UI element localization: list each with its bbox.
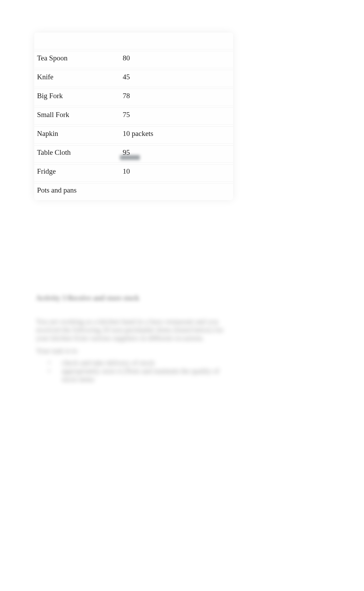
table-header-row — [34, 33, 233, 49]
activity-paragraph: You are working as a kitchen hand in a b… — [36, 317, 228, 342]
header-qty-cell — [120, 33, 233, 49]
obscured-value-patch — [120, 155, 140, 160]
table-row: Big Fork 78 — [34, 89, 233, 106]
table-row: Small Fork 75 — [34, 107, 233, 125]
cell-item: Knife — [34, 70, 120, 87]
cell-qty: 10 packets — [120, 126, 233, 143]
cell-qty: 80 — [120, 51, 233, 68]
inventory-table: Tea Spoon 80 Knife 45 Big Fork 78 Small … — [34, 33, 233, 200]
table-row: Pots and pans — [34, 183, 233, 200]
inventory-table-wrapper: Tea Spoon 80 Knife 45 Big Fork 78 Small … — [34, 33, 233, 200]
table-row: Fridge 10 — [34, 164, 233, 181]
cell-qty — [120, 183, 233, 200]
cell-qty: 10 — [120, 164, 233, 181]
cell-qty: 75 — [120, 107, 233, 125]
table-row: Knife 45 — [34, 70, 233, 87]
header-item-cell — [34, 33, 120, 49]
table-row: Napkin 10 packets — [34, 126, 233, 143]
cell-qty: 78 — [120, 89, 233, 106]
cell-item: Big Fork — [34, 89, 120, 106]
list-item: appropriately store it (Note and maintai… — [55, 367, 219, 383]
activity-task-label: Your task is to — [36, 347, 77, 355]
list-item: check and take delivery of stock — [55, 359, 219, 367]
cell-item: Pots and pans — [34, 183, 120, 200]
cell-qty: 45 — [120, 70, 233, 87]
cell-item: Fridge — [34, 164, 120, 181]
cell-item: Table Cloth — [34, 145, 120, 162]
table-row: Tea Spoon 80 — [34, 51, 233, 68]
activity-bullet-list: check and take delivery of stock appropr… — [55, 359, 219, 383]
cell-item: Tea Spoon — [34, 51, 120, 68]
cell-item: Napkin — [34, 126, 120, 143]
activity-heading: Activity 3 Receive and store stock — [36, 294, 139, 302]
cell-item: Small Fork — [34, 107, 120, 125]
